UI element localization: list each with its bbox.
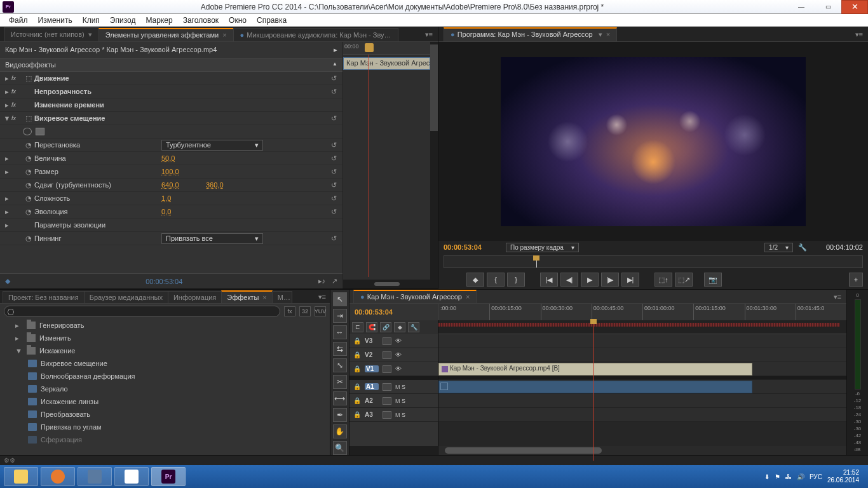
reset-button[interactable]: ↺ xyxy=(327,194,340,203)
twirl-icon[interactable]: ▸ xyxy=(3,101,11,109)
stopwatch-icon[interactable]: ◔ xyxy=(25,154,34,163)
video-clip[interactable]: Кар Мэн - Звуковой Агрессор.mp4 [В] xyxy=(438,363,752,376)
twirl-icon[interactable]: ▸ xyxy=(3,168,11,176)
reset-button[interactable]: ↺ xyxy=(327,181,340,189)
effects-search-input[interactable] xyxy=(4,306,280,317)
wrench-icon[interactable]: 🔧 xyxy=(408,322,419,332)
tray-network-icon[interactable]: 🖧 xyxy=(785,473,792,480)
effect-twirl[interactable]: Вихревое смещение xyxy=(34,114,161,122)
track-v2-header[interactable]: 🔒V2👁 xyxy=(349,348,438,362)
minimize-button[interactable]: — xyxy=(788,0,815,14)
tab-sequence[interactable]: ●Кар Мэн - Звуковой Агрессор× xyxy=(353,290,477,303)
ripple-edit-tool[interactable]: ↔ xyxy=(333,325,347,339)
fx-filter-icon[interactable]: fx xyxy=(284,306,295,316)
play-button[interactable]: ▶ xyxy=(581,273,599,287)
tab-effects[interactable]: Эффекты× xyxy=(221,290,272,303)
toggle-output-icon[interactable] xyxy=(383,351,391,359)
taskbar-notepad[interactable] xyxy=(114,467,149,486)
eye-icon[interactable]: 👁 xyxy=(395,351,402,358)
track-select-tool[interactable]: ⇥ xyxy=(333,309,347,323)
tray-clock[interactable]: 21:52 26.06.2014 xyxy=(827,469,859,484)
audio-clip[interactable] xyxy=(438,381,752,393)
32bit-filter-icon[interactable]: 32 xyxy=(299,306,311,316)
tree-folder[interactable]: ▼Искажение xyxy=(0,344,330,357)
mask-rect-icon[interactable] xyxy=(36,128,44,135)
panel-menu-icon[interactable]: ▾≡ xyxy=(850,28,868,41)
tab-source[interactable]: Источник: (нет клипов)▾ xyxy=(4,27,99,41)
track-a3-header[interactable]: 🔒A3M S xyxy=(349,408,438,422)
rate-stretch-tool[interactable]: ⤡ xyxy=(333,358,347,372)
marker-icon[interactable]: ◆ xyxy=(394,322,405,332)
permutation-dropdown[interactable]: Турбулентное▾ xyxy=(161,140,263,151)
track-a2-header[interactable]: 🔒A2M S xyxy=(349,394,438,408)
snap-icon[interactable]: 🧲 xyxy=(366,322,377,332)
keyframe-nav-icon[interactable]: ◆ xyxy=(5,277,10,285)
tab-audio-mixer[interactable]: ●Микширование аудиоклипа: Кар Мэн - Звук… xyxy=(233,28,398,41)
effect-item[interactable]: Волнообразная деформация xyxy=(0,370,330,383)
menu-help[interactable]: Справка xyxy=(252,16,292,25)
evolution-value[interactable]: 0,0 xyxy=(161,208,206,215)
complexity-value[interactable]: 1,0 xyxy=(161,194,206,202)
program-scrubber[interactable] xyxy=(444,255,863,268)
reset-button[interactable]: ↺ xyxy=(327,88,340,96)
amount-value[interactable]: 50,0 xyxy=(161,154,206,162)
add-button[interactable]: + xyxy=(849,273,863,287)
timeline-scrub-band[interactable] xyxy=(438,320,846,334)
mute-solo[interactable]: M S xyxy=(395,398,405,404)
effect-opacity[interactable]: Непрозрачность xyxy=(34,88,161,95)
tab-markers[interactable]: М » xyxy=(272,291,292,303)
nest-icon[interactable]: ⊏ xyxy=(352,322,363,332)
twirl-icon[interactable]: ▸ xyxy=(3,74,11,83)
stopwatch-icon[interactable]: ◔ xyxy=(25,181,34,189)
pinning-dropdown[interactable]: Привязать все▾ xyxy=(161,233,263,244)
tray-flag-icon[interactable]: ⚑ xyxy=(775,473,780,480)
extract-button[interactable]: ⬚↗ xyxy=(675,273,693,287)
lock-icon[interactable]: 🔒 xyxy=(353,337,361,344)
menu-file[interactable]: Файл xyxy=(4,16,33,25)
offset-x-value[interactable]: 640,0 xyxy=(161,181,206,189)
program-timecode-current[interactable]: 00:00:53:04 xyxy=(444,243,501,251)
tab-program[interactable]: ●Программа: Кар Мэн - Звуковой Агрессор … xyxy=(444,27,617,41)
zoom-fit-dropdown[interactable]: По размеру кадра▾ xyxy=(506,243,579,252)
lift-button[interactable]: ⬚↑ xyxy=(654,273,672,287)
mask-ellipse-icon[interactable] xyxy=(23,128,32,135)
tray-utorrent-icon[interactable]: ⬇ xyxy=(764,473,770,480)
chevron-right-icon[interactable]: ▸ xyxy=(334,46,337,54)
menu-sequence[interactable]: Эпизод xyxy=(105,16,141,25)
effect-item[interactable]: Искажение линзы xyxy=(0,395,330,408)
taskbar-firefox[interactable] xyxy=(41,467,75,486)
step-forward-button[interactable]: |▶ xyxy=(601,273,619,287)
twirl-icon[interactable]: ▸ xyxy=(3,88,11,96)
lock-icon[interactable]: 🔒 xyxy=(353,397,361,404)
track-a1-header[interactable]: 🔒A1M S xyxy=(349,380,438,394)
effect-item-twirl[interactable]: Вихревое смещение xyxy=(0,357,330,370)
link-icon[interactable]: 🔗 xyxy=(380,322,391,332)
effect-timecode[interactable]: 00:00:53:04 xyxy=(146,278,182,285)
timeline-ruler[interactable]: :00:00 00:00:15:00 00:00:30:00 00:00:45:… xyxy=(438,304,846,320)
effect-item[interactable]: Зеркало xyxy=(0,383,330,395)
reset-button[interactable]: ↺ xyxy=(327,208,340,216)
playhead-marker-icon[interactable] xyxy=(365,43,374,52)
lock-icon[interactable]: 🔒 xyxy=(353,365,361,372)
zoom-tool[interactable]: 🔍 xyxy=(333,441,347,455)
menu-clip[interactable]: Клип xyxy=(78,16,105,25)
stopwatch-icon[interactable]: ◔ xyxy=(25,234,34,243)
effect-item[interactable]: Преобразовать xyxy=(0,408,330,421)
play-only-icon[interactable]: ▸♪ xyxy=(318,277,326,285)
mute-solo[interactable]: M S xyxy=(395,412,405,418)
step-back-button[interactable]: ◀| xyxy=(560,273,578,287)
stopwatch-icon[interactable]: ◔ xyxy=(25,194,34,203)
reset-button[interactable]: ↺ xyxy=(327,234,340,243)
hand-tool[interactable]: ✋ xyxy=(333,424,347,438)
twirl-icon[interactable]: ▸ xyxy=(3,208,11,216)
panel-menu-icon[interactable]: ▾≡ xyxy=(420,28,438,41)
timeline-timecode[interactable]: 00:00:53:04 xyxy=(355,308,393,316)
track-v1-header[interactable]: 🔒V1👁 xyxy=(349,362,438,376)
tray-language[interactable]: РУС xyxy=(810,473,822,480)
tree-folder[interactable]: ▸Генерировать xyxy=(0,319,330,332)
effect-time-remap[interactable]: Изменение времени xyxy=(34,101,161,109)
reset-button[interactable]: ↺ xyxy=(327,168,340,176)
out-point-button[interactable]: } xyxy=(507,273,525,287)
settings-icon[interactable]: ⚙⚙ xyxy=(4,457,15,464)
marker-button[interactable]: ◆ xyxy=(466,273,484,287)
